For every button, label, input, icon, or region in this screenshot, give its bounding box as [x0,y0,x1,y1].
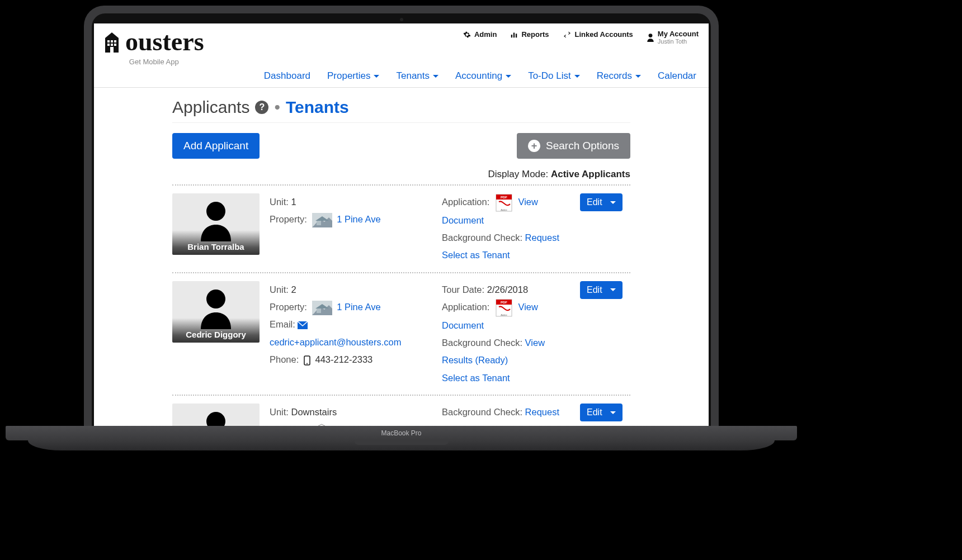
select-as-tenant-link[interactable]: Select as Tenant [442,250,510,260]
svg-text:Adobe: Adobe [501,314,507,316]
plus-circle-icon: + [528,140,540,152]
chevron-down-icon [506,75,511,78]
nav-calendar[interactable]: Calendar [658,70,696,82]
bg-check-label: Background Check: [442,407,522,417]
nav-records-label: Records [597,70,632,82]
camera-dot [400,18,403,21]
account-username: Justin Toth [658,38,699,45]
chevron-down-icon [610,201,616,204]
email-link[interactable]: cedric+applicant@housters.com [270,337,402,347]
nav-accounting[interactable]: Accounting [455,70,511,82]
phone-label: Phone: [270,354,299,364]
admin-link[interactable]: Admin [463,30,497,39]
nav-dashboard[interactable]: Dashboard [264,70,310,82]
gear-icon [463,31,471,39]
nav-tenants[interactable]: Tenants [396,70,438,82]
person-icon [647,33,654,42]
reports-link[interactable]: Reports [510,30,549,39]
svg-text:PDF: PDF [501,301,507,304]
svg-rect-7 [511,35,512,37]
laptop-base: MacBook Pro [6,426,797,453]
svg-rect-6 [110,47,114,53]
svg-text:Adobe: Adobe [501,208,507,211]
tour-date-value: 2/26/2018 [487,284,528,295]
chevron-down-icon [374,75,379,78]
svg-point-23 [306,363,308,364]
avatar-card[interactable]: Cedric Diggory [172,281,260,343]
edit-button[interactable]: Edit [580,193,623,211]
svg-rect-4 [111,44,113,46]
chevron-down-icon [635,75,641,78]
title-separator: • [274,98,280,117]
search-options-label: Search Options [546,140,619,152]
chevron-down-icon [574,75,580,78]
svg-rect-8 [513,32,515,37]
swap-icon [563,31,572,39]
avatar-silhouette-icon [196,198,235,244]
my-account-label: My Account [658,30,699,38]
divider [172,122,630,123]
applicant-name: Brian Torralba [172,242,260,251]
pdf-icon: PDFAdobe [496,299,512,317]
device-label: MacBook Pro [381,429,421,437]
help-icon[interactable]: ? [255,101,268,114]
my-account-link[interactable]: My Account Justin Toth [647,30,699,45]
brand-logo[interactable]: ousters [104,27,204,56]
svg-point-10 [648,34,652,37]
tenants-breadcrumb-link[interactable]: Tenants [286,98,349,117]
property-label: Property: [270,214,307,224]
nav-records[interactable]: Records [597,70,641,82]
svg-rect-0 [107,40,110,42]
brand-text: ousters [125,27,204,56]
add-applicant-button[interactable]: Add Applicant [172,133,260,159]
topbar: ousters Get Mobile App Admin Reports [94,23,709,66]
laptop-frame: ousters Get Mobile App Admin Reports [84,6,719,430]
edit-button[interactable]: Edit [580,281,623,299]
applicant-col-right: Edit [580,281,630,387]
application-label: Application: [442,302,489,312]
chevron-down-icon [610,288,616,291]
svg-point-11 [206,202,225,221]
mail-icon [298,321,308,329]
unit-label: Unit: [270,197,289,207]
svg-rect-1 [111,40,113,42]
edit-button[interactable]: Edit [580,404,623,421]
nav-properties[interactable]: Properties [327,70,379,82]
bar-chart-icon [510,31,518,39]
reports-label: Reports [521,30,549,39]
property-link[interactable]: 1 Pine Ave [337,214,381,224]
content-area: Applicants ? • Tenants Add Applicant + S… [94,88,709,430]
nav-calendar-label: Calendar [658,70,696,82]
nav-accounting-label: Accounting [455,70,502,82]
app-screen: ousters Get Mobile App Admin Reports [94,23,709,430]
phone-value: 443-212-2333 [315,354,372,364]
search-options-button[interactable]: + Search Options [517,133,630,159]
svg-point-18 [206,290,225,309]
linked-accounts-label: Linked Accounts [575,30,633,39]
svg-rect-5 [114,44,116,46]
nav-tenants-label: Tenants [396,70,430,82]
applicant-row: Cedric DiggoryUnit: 2Property: 1 Pine Av… [172,273,630,395]
edit-label: Edit [587,197,602,207]
nav-todo[interactable]: To-Do List [528,70,580,82]
logo-block: ousters Get Mobile App [104,27,204,66]
linked-accounts-link[interactable]: Linked Accounts [563,30,633,39]
bg-check-link[interactable]: Request [525,407,559,417]
svg-rect-3 [107,44,110,46]
bg-check-link[interactable]: Request [525,232,559,243]
svg-rect-9 [516,34,517,37]
house-h-icon [104,30,124,54]
applicant-col-mid: Tour Date: 2/26/2018Application: PDFAdob… [442,281,570,387]
property-thumb-icon [312,213,332,227]
page-title-row: Applicants ? • Tenants [172,98,630,117]
bg-check-label: Background Check: [442,232,522,243]
applicant-col-left: Unit: 1Property: 1 Pine Ave [270,193,432,264]
select-as-tenant-link[interactable]: Select as Tenant [442,373,510,383]
avatar-silhouette-icon [196,286,235,331]
get-mobile-app-link[interactable]: Get Mobile App [129,58,179,66]
avatar-card[interactable]: Brian Torralba [172,193,260,255]
property-link[interactable]: 1 Pine Ave [337,302,381,312]
unit-value: 1 [291,197,296,207]
unit-label: Unit: [270,284,289,295]
laptop-bezel: ousters Get Mobile App Admin Reports [92,13,711,430]
